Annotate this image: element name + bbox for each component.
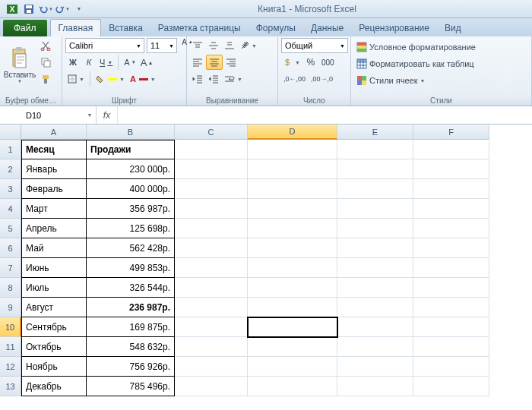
cell-F3[interactable] [413,179,489,199]
row-header[interactable]: 3 [0,179,21,199]
row-header[interactable]: 13 [0,377,21,396]
excel-app-icon[interactable]: X [5,2,20,16]
cell-B8[interactable]: 326 544р. [87,278,175,298]
cut-icon[interactable] [38,38,53,53]
italic-button[interactable]: К [81,55,97,70]
cell-C13[interactable] [175,377,248,396]
cell-E9[interactable] [337,298,413,317]
cell-styles-button[interactable]: Стили ячеек▼ [354,73,528,88]
cell-F4[interactable] [413,199,489,219]
row-header[interactable]: 11 [0,337,21,357]
cell-F2[interactable] [413,159,489,179]
cell-D7[interactable] [248,258,337,278]
cell-F12[interactable] [413,357,489,377]
col-header-a[interactable]: A [21,125,87,140]
cell-C7[interactable] [175,258,248,278]
fill-color-icon[interactable]: ▼ [93,71,127,87]
save-icon[interactable] [21,2,36,16]
cell-E7[interactable] [337,258,413,278]
increase-decimal-icon[interactable]: ,0←,00 [281,71,308,87]
cell-D9[interactable] [248,298,337,317]
cell-E11[interactable] [337,337,413,357]
cell-F5[interactable] [413,219,489,238]
tab-data[interactable]: Данные [303,20,351,36]
cell-A2[interactable]: Январь [21,159,87,179]
tab-view[interactable]: Вид [437,20,469,36]
number-format-combo[interactable]: Общий▼ [281,38,348,53]
cell-A6[interactable]: Май [21,238,87,258]
cell-C9[interactable] [175,298,248,317]
align-middle-icon[interactable] [206,38,221,53]
align-center-icon[interactable] [206,55,223,70]
cell-C11[interactable] [175,337,248,357]
cell-E1[interactable] [337,140,413,159]
row-header[interactable]: 8 [0,278,21,298]
cell-E2[interactable] [337,159,413,179]
cell-C2[interactable] [175,159,248,179]
cell-D1[interactable] [248,140,337,159]
row-header[interactable]: 5 [0,219,21,238]
name-box[interactable] [21,111,84,120]
formula-input[interactable] [118,111,532,120]
cell-E12[interactable] [337,357,413,377]
row-header[interactable]: 1 [0,140,21,159]
cell-F13[interactable] [413,377,489,396]
cell-B12[interactable]: 756 926р. [87,357,175,377]
conditional-formatting-button[interactable]: Условное форматирование [354,39,528,55]
cell-A12[interactable]: Ноябрь [21,357,87,377]
tab-home[interactable]: Главная [50,19,102,36]
cell-F1[interactable] [413,140,489,159]
row-header[interactable]: 4 [0,199,21,219]
cell-A13[interactable]: Декабрь [21,377,87,396]
tab-formulas[interactable]: Формулы [249,20,303,36]
tab-insert[interactable]: Вставка [101,20,150,36]
cell-D5[interactable] [248,219,337,238]
cell-D10[interactable] [248,317,337,337]
cell-F10[interactable] [413,317,489,337]
cell-F8[interactable] [413,278,489,298]
cell-B7[interactable]: 499 853р. [87,258,175,278]
col-header-e[interactable]: E [337,125,413,140]
cell-C8[interactable] [175,278,248,298]
file-tab[interactable]: Файл [3,20,47,36]
row-header[interactable]: 10 [0,317,21,337]
cell-B13[interactable]: 785 496р. [87,377,175,396]
font-name-combo[interactable]: Calibri▼ [65,38,144,53]
cell-E4[interactable] [337,199,413,219]
cell-A11[interactable]: Октябрь [21,337,87,357]
percent-icon[interactable]: % [303,55,318,70]
cell-A3[interactable]: Февраль [21,179,87,199]
qat-customize-icon[interactable]: ▼ [71,2,87,16]
insert-function-icon[interactable]: fx [97,106,118,124]
cell-A5[interactable]: Апрель [21,219,87,238]
font-color-icon[interactable]: A▼ [128,71,158,87]
cell-E10[interactable] [337,317,413,337]
decrease-indent-icon[interactable] [190,71,205,87]
cell-B2[interactable]: 230 000р. [87,159,175,179]
decrease-font-icon[interactable]: A▾ [122,55,137,70]
cell-D12[interactable] [248,357,337,377]
orientation-icon[interactable]: ab▼ [238,38,259,53]
col-header-d[interactable]: D [248,125,337,140]
tab-page-layout[interactable]: Разметка страницы [150,20,249,36]
cell-A1[interactable]: Месяц [21,140,87,159]
cell-C6[interactable] [175,238,248,258]
row-header[interactable]: 2 [0,159,21,179]
cell-F11[interactable] [413,337,489,357]
cell-A8[interactable]: Июль [21,278,87,298]
align-left-icon[interactable] [190,55,205,70]
row-header[interactable]: 7 [0,258,21,278]
borders-icon[interactable]: ▼ [65,71,87,87]
cell-C1[interactable] [175,140,248,159]
cell-B11[interactable]: 548 632р. [87,337,175,357]
row-header[interactable]: 9 [0,298,21,317]
col-header-c[interactable]: C [175,125,248,140]
cell-D3[interactable] [248,179,337,199]
tab-review[interactable]: Рецензирование [351,20,437,36]
cell-E13[interactable] [337,377,413,396]
cell-C3[interactable] [175,179,248,199]
cell-D4[interactable] [248,199,337,219]
paste-button[interactable]: Вставить ▼ [3,38,36,90]
col-header-b[interactable]: B [87,125,175,140]
currency-icon[interactable]: $▼ [281,55,302,70]
